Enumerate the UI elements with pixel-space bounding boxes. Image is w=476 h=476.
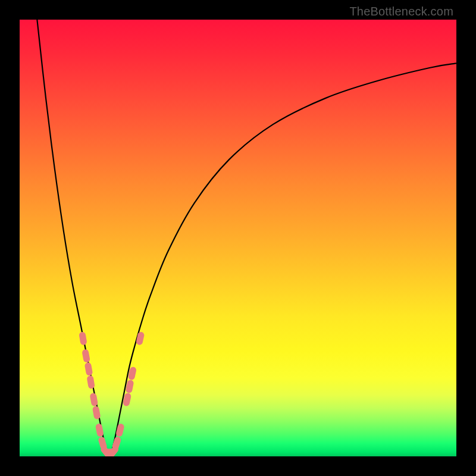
curve-marker [84, 362, 93, 376]
curve-marker [95, 423, 104, 437]
curve-marker [82, 349, 90, 363]
bottleneck-curve-svg [20, 20, 456, 456]
curve-marker [92, 406, 101, 420]
curve-marker [136, 331, 145, 346]
plot-area [20, 20, 456, 456]
curve-marker [89, 393, 98, 407]
bottleneck-curve [37, 20, 456, 455]
watermark-text: TheBottleneck.com [349, 5, 453, 18]
curve-marker [86, 375, 95, 389]
curve-marker [115, 423, 125, 437]
curve-markers [79, 331, 145, 456]
curve-marker [79, 331, 87, 346]
curve-marker [111, 436, 121, 450]
chart-frame: TheBottleneck.com [0, 0, 476, 476]
